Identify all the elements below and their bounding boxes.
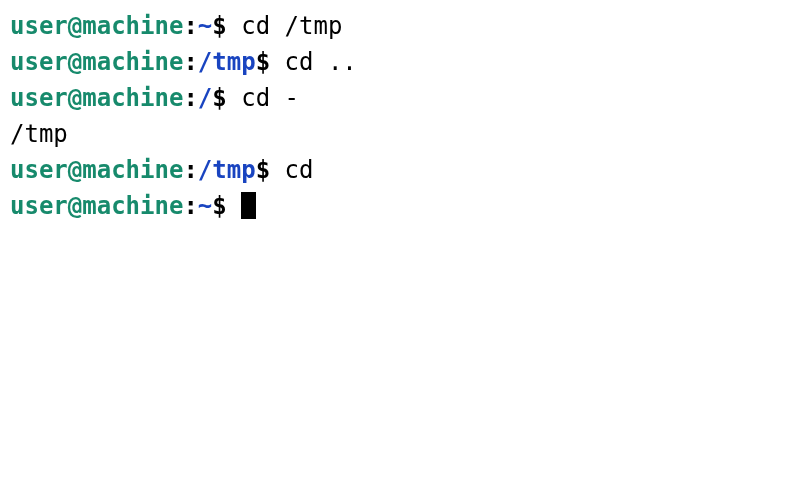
prompt-user-host: user@machine: [10, 84, 183, 112]
prompt-colon: :: [183, 12, 197, 40]
prompt-dollar: $: [212, 12, 241, 40]
prompt-dollar: $: [212, 84, 241, 112]
command-text: cd ..: [285, 48, 357, 76]
prompt-colon: :: [183, 84, 197, 112]
prompt-path: ~: [198, 192, 212, 220]
prompt-path: /tmp: [198, 48, 256, 76]
prompt-colon: :: [183, 156, 197, 184]
prompt-dollar: $: [212, 192, 241, 220]
terminal[interactable]: user@machine:~$ cd /tmp user@machine:/tm…: [10, 8, 790, 224]
terminal-line-active[interactable]: user@machine:~$: [10, 188, 790, 224]
terminal-line: user@machine:/tmp$ cd ..: [10, 44, 790, 80]
prompt-path: /tmp: [198, 156, 256, 184]
terminal-line: user@machine:/tmp$ cd: [10, 152, 790, 188]
command-text: cd /tmp: [241, 12, 342, 40]
prompt-colon: :: [183, 48, 197, 76]
prompt-user-host: user@machine: [10, 48, 183, 76]
prompt-dollar: $: [256, 48, 285, 76]
prompt-path: /: [198, 84, 212, 112]
prompt-colon: :: [183, 192, 197, 220]
prompt-path: ~: [198, 12, 212, 40]
terminal-output-line: /tmp: [10, 116, 790, 152]
prompt-user-host: user@machine: [10, 12, 183, 40]
cursor-icon: [241, 192, 255, 218]
prompt-user-host: user@machine: [10, 192, 183, 220]
command-text: cd -: [241, 84, 299, 112]
output-text: /tmp: [10, 120, 68, 148]
terminal-line: user@machine:/$ cd -: [10, 80, 790, 116]
prompt-dollar: $: [256, 156, 285, 184]
command-text: cd: [285, 156, 314, 184]
terminal-line: user@machine:~$ cd /tmp: [10, 8, 790, 44]
prompt-user-host: user@machine: [10, 156, 183, 184]
